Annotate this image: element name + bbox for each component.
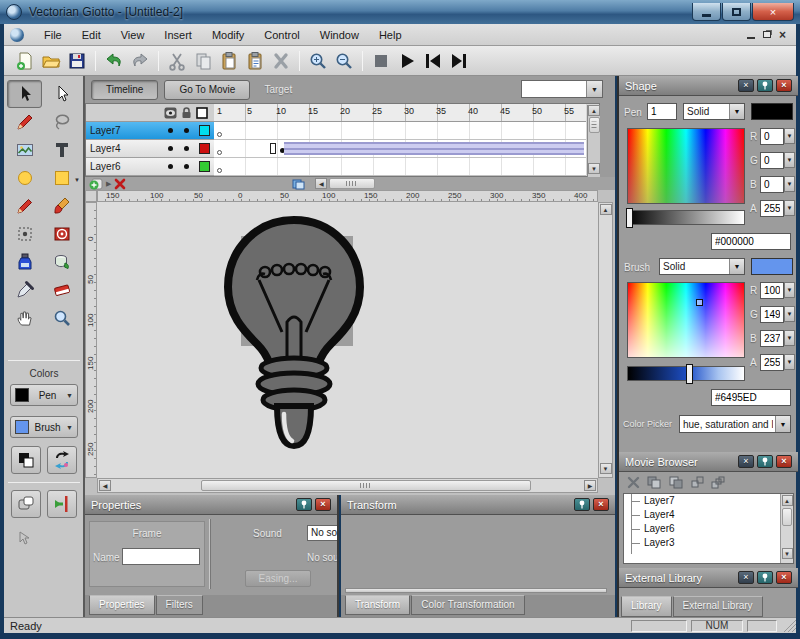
tab-color-transformation[interactable]: Color Transformation	[411, 595, 524, 615]
pen-g-spinner[interactable]: ▼	[784, 152, 795, 168]
menu-view[interactable]: View	[111, 26, 155, 44]
layer-lock-dot[interactable]	[184, 128, 189, 133]
maximize-button[interactable]	[722, 3, 751, 21]
timeline-vertical-scrollbar[interactable]: ▲ ▼	[587, 105, 600, 177]
frame-cursor[interactable]	[270, 143, 276, 154]
tab-library[interactable]: Library	[621, 596, 672, 617]
free-transform-tool-button[interactable]	[7, 220, 42, 248]
default-colors-button[interactable]	[11, 446, 41, 474]
hand-tool-button[interactable]	[7, 304, 42, 332]
drawing-canvas[interactable]	[97, 202, 598, 478]
layer-visible-dot[interactable]	[168, 146, 173, 151]
undock-panel-button[interactable]: ×	[738, 79, 754, 92]
brush-g-input[interactable]	[760, 306, 784, 323]
frame-row-layer4[interactable]	[214, 140, 586, 158]
tab-external-library[interactable]: External Library	[673, 596, 763, 617]
last-frame-button[interactable]	[446, 48, 472, 74]
brush-r-input[interactable]	[760, 282, 784, 299]
text-tool-button[interactable]	[44, 136, 79, 164]
pen-color-selector[interactable]: Pen ▼	[10, 384, 78, 406]
brush-color-selector[interactable]: Brush ▼	[10, 416, 78, 438]
scrollbar-thumb[interactable]	[589, 117, 600, 133]
pen-r-spinner[interactable]: ▼	[784, 128, 795, 144]
brush-a-input[interactable]	[760, 354, 784, 371]
layer-visible-dot[interactable]	[168, 128, 173, 133]
layer-outline-color-swatch[interactable]	[199, 143, 210, 154]
frame-name-input[interactable]	[122, 548, 200, 565]
pin-button[interactable]	[757, 571, 773, 584]
pen-a-input[interactable]	[760, 200, 784, 217]
menu-help[interactable]: Help	[369, 26, 412, 44]
zoom-tool-button[interactable]	[44, 304, 79, 332]
mdi-close-button[interactable]: ×	[779, 30, 786, 40]
zoom-out-button[interactable]	[331, 48, 357, 74]
movie-browser-scrollbar[interactable]: ▲ ▼	[780, 494, 793, 563]
lightbulb-drawing[interactable]	[199, 210, 389, 460]
swap-colors-button[interactable]	[47, 446, 77, 474]
pencil-tool-button[interactable]	[7, 192, 42, 220]
pin-button[interactable]	[757, 455, 773, 468]
mdi-restore-button[interactable]	[763, 31, 771, 38]
undock-panel-button[interactable]: ×	[738, 455, 754, 468]
go-to-movie-button[interactable]: Go To Movie	[164, 80, 250, 100]
snap-to-objects-button[interactable]	[11, 490, 41, 518]
scroll-up-arrow-icon[interactable]: ▲	[782, 495, 793, 506]
frame-row-layer7[interactable]	[214, 122, 586, 140]
lasso-tool-button[interactable]	[44, 108, 79, 136]
pen-width-input[interactable]	[647, 103, 677, 120]
brush-a-spinner[interactable]: ▼	[784, 354, 795, 370]
scroll-up-arrow-icon[interactable]: ▲	[600, 204, 612, 215]
eraser-tool-button[interactable]	[44, 276, 79, 304]
menu-edit[interactable]: Edit	[72, 26, 111, 44]
frame-row-layer6[interactable]	[214, 158, 586, 176]
brush-hue-saturation-picker[interactable]	[627, 282, 745, 358]
canvas-hscroll-thumb[interactable]	[201, 480, 531, 491]
layer-outline-color-swatch[interactable]	[199, 161, 210, 172]
pen-b-input[interactable]	[760, 176, 784, 193]
close-button[interactable]: ×	[752, 3, 794, 21]
pen-slider-handle[interactable]	[626, 208, 633, 228]
fill-transform-tool-button[interactable]	[44, 220, 79, 248]
scroll-left-arrow-icon[interactable]: ◀	[315, 178, 327, 189]
bring-forward-icon[interactable]	[669, 476, 684, 489]
delete-layer-icon[interactable]	[114, 178, 126, 190]
tween-span[interactable]	[284, 142, 584, 155]
pen-luminance-slider[interactable]	[627, 210, 745, 225]
brush-luminance-slider[interactable]	[627, 366, 745, 381]
lock-icon[interactable]	[181, 107, 192, 119]
image-tool-button[interactable]	[7, 136, 42, 164]
snap-align-button[interactable]	[47, 490, 77, 518]
stop-button[interactable]	[368, 48, 394, 74]
tab-transform[interactable]: Transform	[345, 595, 410, 615]
pen-a-spinner[interactable]: ▼	[784, 200, 795, 216]
brush-g-spinner[interactable]: ▼	[784, 306, 795, 322]
pin-button[interactable]	[296, 498, 312, 511]
redo-button[interactable]	[127, 48, 153, 74]
pen-g-input[interactable]	[760, 152, 784, 169]
paste-button[interactable]	[216, 48, 242, 74]
layer-row-layer4[interactable]: Layer4	[86, 140, 214, 158]
pin-button[interactable]	[757, 79, 773, 92]
tab-filters[interactable]: Filters	[156, 595, 203, 615]
minimize-button[interactable]	[692, 3, 721, 21]
expand-arrow-icon[interactable]: ▶	[106, 180, 111, 188]
oval-tool-button[interactable]	[7, 164, 42, 192]
close-panel-button[interactable]: ×	[776, 79, 792, 92]
layer-row-layer6[interactable]: Layer6	[86, 158, 214, 176]
timeline-tab-button[interactable]: Timeline	[91, 80, 158, 100]
canvas-vertical-scrollbar[interactable]: ▲ ▼	[598, 202, 613, 478]
undock-panel-button[interactable]: ×	[738, 571, 754, 584]
rectangle-tool-button[interactable]: ▼	[44, 164, 79, 192]
menu-window[interactable]: Window	[310, 26, 369, 44]
pin-button[interactable]	[574, 498, 590, 511]
group-icon[interactable]	[691, 476, 704, 489]
close-panel-button[interactable]: ×	[593, 498, 609, 511]
close-panel-button[interactable]: ×	[776, 455, 792, 468]
scroll-down-arrow-icon[interactable]: ▼	[588, 163, 600, 174]
pen-r-input[interactable]	[760, 128, 784, 145]
onion-skin-icon[interactable]	[291, 178, 305, 190]
first-frame-button[interactable]	[420, 48, 446, 74]
canvas-horizontal-scrollbar[interactable]: ◀ ▶	[97, 478, 598, 493]
eyedropper-tool-button[interactable]	[7, 276, 42, 304]
arrow-tool-button[interactable]	[7, 80, 42, 108]
